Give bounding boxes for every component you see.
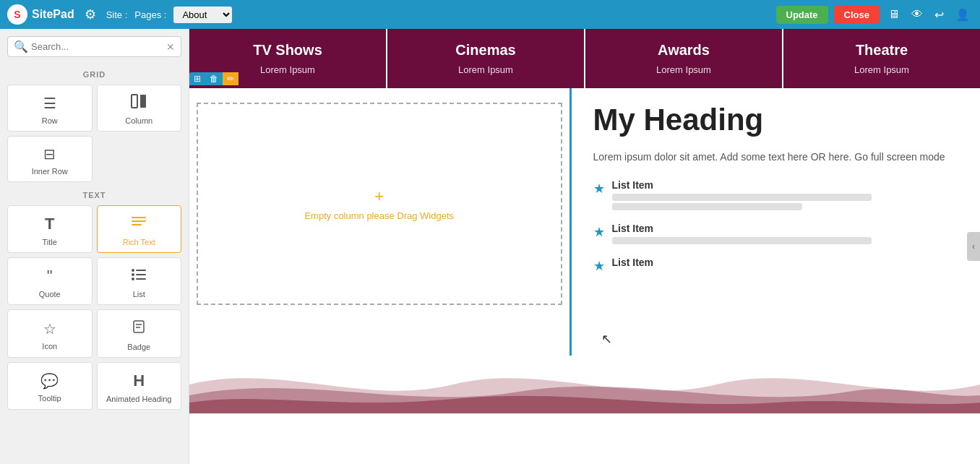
nav-right-actions: Update Close 🖥 👁 ↩ 👤 [776, 5, 973, 25]
widget-badge[interactable]: Badge [97, 309, 182, 358]
list-item-bar-2a [612, 237, 872, 244]
card-awards: Awards Lorem Ipsum [585, 29, 783, 88]
card-sub-cinemas: Lorem Ipsum [396, 64, 575, 75]
wave-section [189, 356, 980, 413]
tooltip-icon: 💬 [40, 372, 59, 390]
widget-icon[interactable]: ☆ Icon [7, 309, 93, 358]
app-name: SitePad [32, 8, 74, 21]
badge-icon [131, 319, 147, 338]
svg-rect-1 [140, 95, 146, 108]
column-label: Column [125, 116, 152, 125]
svg-rect-0 [132, 95, 137, 108]
search-bar: 🔍 ✕ [0, 29, 189, 64]
list-text-block-2: List Item [612, 223, 959, 246]
animated-heading-label: Animated Heading [106, 395, 172, 403]
search-input-wrap: 🔍 ✕ [7, 36, 181, 57]
column-toolbar: ⊞ 🗑 ✏ [189, 72, 238, 85]
card-theatre: Theatre Lorem Ipsum [783, 29, 980, 88]
canvas-area: ‹ TV Shows Lorem Ipsum Cinemas Lorem Ips… [189, 29, 980, 464]
main-layout: 🔍 ✕ GRID ☰ Row Column ⊟ [0, 29, 980, 464]
collapse-handle[interactable]: ‹ [967, 232, 980, 261]
preview-icon[interactable]: 👁 [908, 5, 926, 24]
col-move-btn[interactable]: ⊞ [189, 72, 205, 85]
empty-column[interactable]: + Empty column please Drag Widgets [197, 103, 562, 305]
star-icon-3: ★ [593, 258, 605, 274]
inner-row-icon: ⊟ [43, 145, 56, 163]
widget-animated-heading[interactable]: H Animated Heading [97, 362, 182, 410]
logo-icon: S [7, 4, 27, 25]
list-label: List [133, 290, 145, 298]
tooltip-label: Tooltip [38, 394, 61, 403]
list-item-label-2: List Item [612, 223, 959, 234]
list-item-label-3: List Item [612, 257, 959, 268]
widget-list[interactable]: List [97, 257, 182, 305]
list-item-3: ★ List Item [593, 257, 959, 274]
widget-tooltip[interactable]: 💬 Tooltip [7, 362, 93, 410]
close-button[interactable]: Close [834, 6, 880, 24]
list-item-1: ★ List Item [593, 179, 959, 212]
text-widget-grid: T Title Rich Text " Quote [0, 202, 189, 413]
svg-rect-3 [132, 220, 146, 222]
card-title-cinemas: Cinemas [396, 42, 575, 59]
svg-rect-6 [136, 270, 146, 271]
site-label: Site : [106, 9, 128, 20]
svg-rect-10 [136, 278, 146, 280]
list-icon [131, 267, 147, 285]
card-title-tv-shows: TV Shows [198, 42, 377, 59]
widget-title[interactable]: T Title [7, 205, 93, 253]
widget-row[interactable]: ☰ Row [7, 85, 93, 132]
quote-icon: " [47, 267, 53, 285]
grid-widget-grid: ☰ Row Column ⊟ Inner Row [0, 82, 189, 185]
row-label: Row [42, 116, 58, 125]
title-label: Title [43, 238, 57, 246]
list-item-bar-1b [612, 203, 803, 210]
col-delete-btn[interactable]: 🗑 [205, 72, 223, 85]
svg-rect-8 [136, 274, 146, 275]
desktop-icon[interactable]: 🖥 [885, 5, 903, 24]
list-item-label-1: List Item [612, 179, 959, 191]
rich-text-label: Rich Text [123, 238, 155, 246]
body-text: Lorem ipsum dolor sit amet. Add some tex… [593, 149, 959, 165]
col-edit-btn[interactable]: ✏ [223, 72, 238, 85]
list-text-block-3: List Item [612, 257, 959, 271]
card-title-awards: Awards [594, 42, 773, 59]
icon-widget-icon: ☆ [43, 320, 56, 338]
pages-label: Pages : [134, 9, 166, 20]
icon-label: Icon [42, 342, 57, 351]
users-icon[interactable]: 👤 [953, 5, 973, 25]
widget-quote[interactable]: " Quote [7, 257, 93, 305]
inner-row-label: Inner Row [32, 167, 68, 176]
svg-point-9 [132, 278, 134, 280]
undo-icon[interactable]: ↩ [932, 5, 947, 25]
list-text-block-1: List Item [612, 179, 959, 212]
search-input[interactable] [31, 41, 166, 52]
content-section: ⊞ 🗑 ✏ + Empty column please Drag Widgets… [189, 88, 980, 356]
section-grid: GRID ☰ Row Column ⊟ Inner Row [0, 64, 189, 185]
svg-rect-11 [134, 321, 144, 332]
section-text: TEXT T Title Rich Text " Quote [0, 185, 189, 413]
sidebar: 🔍 ✕ GRID ☰ Row Column ⊟ [0, 29, 189, 464]
card-title-theatre: Theatre [792, 42, 971, 59]
list-item-bar-1a [612, 194, 872, 201]
search-clear-icon[interactable]: ✕ [166, 41, 175, 53]
cards-row: TV Shows Lorem Ipsum Cinemas Lorem Ipsum… [189, 29, 980, 88]
row-icon: ☰ [43, 95, 56, 112]
list-item-2: ★ List Item [593, 223, 959, 246]
column-icon [131, 94, 147, 112]
widget-column[interactable]: Column [97, 85, 182, 132]
star-icon-2: ★ [593, 224, 605, 240]
widget-inner-row[interactable]: ⊟ Inner Row [7, 136, 93, 182]
search-icon: 🔍 [14, 40, 28, 53]
widget-rich-text[interactable]: Rich Text [97, 205, 182, 253]
right-column: My Heading Lorem ipsum dolor sit amet. A… [569, 88, 981, 356]
svg-point-7 [132, 273, 134, 276]
logo-area: S SitePad [7, 4, 74, 25]
canvas-inner: TV Shows Lorem Ipsum Cinemas Lorem Ipsum… [189, 29, 980, 464]
update-button[interactable]: Update [776, 6, 828, 24]
card-cinemas: Cinemas Lorem Ipsum [387, 29, 585, 88]
animated-heading-icon: H [133, 371, 145, 390]
settings-gear-icon[interactable]: ⚙ [82, 4, 99, 25]
svg-rect-2 [132, 217, 146, 218]
title-icon: T [45, 215, 54, 233]
pages-select[interactable]: About Home Contact [173, 7, 232, 23]
